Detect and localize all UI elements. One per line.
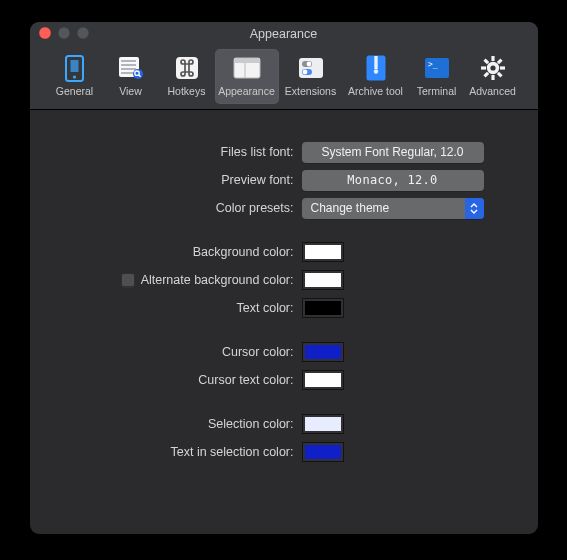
- cursor-text-color-label: Cursor text color:: [54, 373, 302, 387]
- swatch-inner: [305, 273, 341, 287]
- tab-hotkeys[interactable]: Hotkeys: [159, 49, 215, 104]
- tab-extensions[interactable]: Extensions: [279, 49, 343, 104]
- chevron-up-down-icon: [465, 198, 484, 219]
- swatch-inner: [305, 373, 341, 387]
- svg-rect-1: [71, 60, 79, 72]
- general-icon: [61, 55, 89, 81]
- text-color-well[interactable]: [302, 298, 344, 318]
- preferences-toolbar: General View: [30, 45, 538, 110]
- preferences-window: Appearance General: [30, 22, 538, 534]
- preview-font-label: Preview font:: [54, 173, 302, 187]
- window-controls: [39, 27, 89, 39]
- color-presets-label: Color presets:: [54, 201, 302, 215]
- cursor-text-color-well[interactable]: [302, 370, 344, 390]
- alternate-background-checkbox[interactable]: [121, 273, 135, 287]
- svg-rect-29: [500, 66, 505, 69]
- gear-icon: [479, 55, 507, 81]
- svg-point-22: [373, 69, 377, 73]
- tab-appearance[interactable]: Appearance: [215, 49, 279, 104]
- tab-label: View: [119, 85, 142, 97]
- svg-point-34: [490, 65, 495, 70]
- svg-rect-30: [496, 58, 502, 64]
- svg-rect-21: [374, 56, 377, 69]
- tab-label: Archive tool: [348, 85, 403, 97]
- swatch-inner: [305, 245, 341, 259]
- text-in-selection-color-well[interactable]: [302, 442, 344, 462]
- svg-rect-31: [483, 72, 489, 78]
- text-color-label: Text color:: [54, 301, 302, 315]
- svg-rect-13: [234, 58, 260, 63]
- tab-label: Extensions: [285, 85, 336, 97]
- tab-label: Advanced: [469, 85, 516, 97]
- close-window-button[interactable]: [39, 27, 51, 39]
- tab-terminal[interactable]: >_ Terminal: [409, 49, 465, 104]
- appearance-icon: [233, 55, 261, 81]
- preview-font-button[interactable]: Monaco, 12.0: [302, 170, 484, 191]
- svg-text:>_: >_: [428, 60, 438, 69]
- svg-rect-32: [483, 58, 489, 64]
- terminal-icon: >_: [423, 55, 451, 81]
- archive-tool-icon: [362, 55, 390, 81]
- minimize-window-button[interactable]: [58, 27, 70, 39]
- appearance-pane: Files list font: System Font Regular, 12…: [30, 110, 538, 466]
- alternate-background-color-label: Alternate background color:: [54, 273, 302, 287]
- svg-point-17: [306, 62, 311, 67]
- tab-archive-tool[interactable]: Archive tool: [343, 49, 409, 104]
- swatch-inner: [305, 445, 341, 459]
- background-color-well[interactable]: [302, 242, 344, 262]
- titlebar: Appearance: [30, 22, 538, 45]
- cursor-color-well[interactable]: [302, 342, 344, 362]
- tab-view[interactable]: View: [103, 49, 159, 104]
- window-title: Appearance: [250, 27, 317, 41]
- tab-label: Hotkeys: [168, 85, 206, 97]
- color-presets-select[interactable]: Change theme: [302, 198, 484, 219]
- files-list-font-button[interactable]: System Font Regular, 12.0: [302, 142, 484, 163]
- svg-rect-28: [481, 66, 486, 69]
- view-icon: [117, 55, 145, 81]
- selection-color-label: Selection color:: [54, 417, 302, 431]
- extensions-icon: [297, 55, 325, 81]
- tab-label: Terminal: [417, 85, 457, 97]
- background-color-label: Background color:: [54, 245, 302, 259]
- svg-point-19: [302, 70, 307, 75]
- svg-rect-26: [491, 56, 494, 61]
- files-list-font-label: Files list font:: [54, 145, 302, 159]
- swatch-inner: [305, 345, 341, 359]
- alternate-background-label-text: Alternate background color:: [141, 273, 294, 287]
- svg-rect-11: [176, 57, 198, 79]
- text-in-selection-color-label: Text in selection color:: [54, 445, 302, 459]
- swatch-inner: [305, 417, 341, 431]
- swatch-inner: [305, 301, 341, 315]
- selection-color-well[interactable]: [302, 414, 344, 434]
- svg-rect-27: [491, 75, 494, 80]
- svg-rect-15: [299, 58, 323, 78]
- color-presets-value: Change theme: [311, 201, 390, 215]
- tab-label: Appearance: [218, 85, 275, 97]
- svg-point-2: [73, 75, 76, 78]
- tab-advanced[interactable]: Advanced: [465, 49, 521, 104]
- zoom-window-button[interactable]: [77, 27, 89, 39]
- tab-general[interactable]: General: [47, 49, 103, 104]
- hotkeys-icon: [173, 55, 201, 81]
- alternate-background-color-well[interactable]: [302, 270, 344, 290]
- tab-label: General: [56, 85, 93, 97]
- cursor-color-label: Cursor color:: [54, 345, 302, 359]
- svg-rect-33: [496, 72, 502, 78]
